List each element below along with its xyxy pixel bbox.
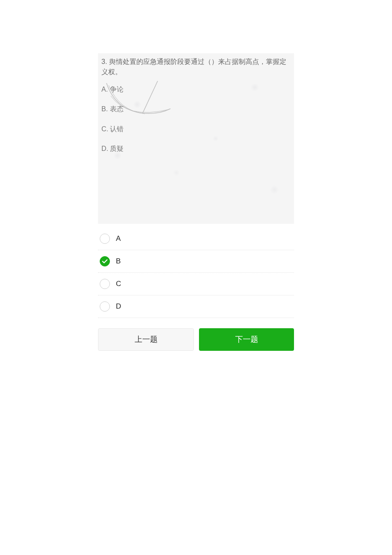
- quiz-container: 3. 舆情处置的应急通报阶段要通过（）来占据制高点，掌握定义权。 A. 争论 B…: [98, 0, 294, 351]
- answer-label: C: [116, 280, 121, 288]
- question-box: 3. 舆情处置的应急通报阶段要通过（）来占据制高点，掌握定义权。 A. 争论 B…: [98, 53, 294, 224]
- answer-list: A B C D: [98, 226, 294, 318]
- answer-option-c[interactable]: C: [98, 273, 294, 295]
- answer-label: A: [116, 234, 121, 243]
- answer-label: D: [116, 302, 121, 311]
- choice-b-text: B. 表态: [101, 104, 291, 114]
- radio-icon: [100, 234, 110, 244]
- choice-d-text: D. 质疑: [101, 144, 291, 153]
- nav-buttons: 上一题 下一题: [98, 328, 294, 351]
- answer-option-d[interactable]: D: [98, 295, 294, 318]
- radio-icon-selected: [100, 256, 110, 266]
- radio-icon: [100, 279, 110, 289]
- radio-icon: [100, 301, 110, 312]
- choice-a-text: A. 争论: [101, 85, 291, 94]
- answer-option-a[interactable]: A: [98, 226, 294, 250]
- answer-option-b[interactable]: B: [98, 250, 294, 273]
- answer-label: B: [116, 257, 121, 266]
- prev-button[interactable]: 上一题: [98, 328, 194, 351]
- next-button[interactable]: 下一题: [199, 328, 294, 351]
- choice-c-text: C. 认错: [101, 124, 291, 134]
- question-text: 3. 舆情处置的应急通报阶段要通过（）来占据制高点，掌握定义权。: [101, 57, 291, 77]
